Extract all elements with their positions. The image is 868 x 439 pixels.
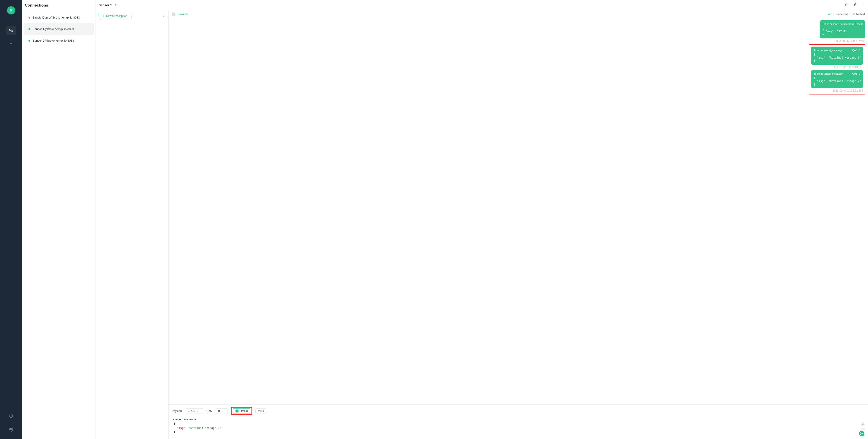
message-item: Topic: retained_message QoS: 0 { "msg": …: [811, 70, 863, 92]
connection-item[interactable]: Sensor 2@broker.emqx.io:8083: [24, 35, 94, 46]
message-body: { "msg": "Retained Message 2" }: [814, 76, 860, 86]
disconnect-icon[interactable]: [845, 3, 848, 7]
check-icon: [236, 409, 239, 412]
retain-highlight: Retain: [231, 407, 252, 415]
payload-editor[interactable]: { "msg": "Retained Message 2" }: [172, 422, 859, 437]
message-time: 2022-09-06 11:00:17:663: [819, 39, 865, 42]
history-prev-icon[interactable]: ←: [861, 422, 865, 426]
chevron-down-icon: ⌄: [197, 410, 198, 412]
svg-point-4: [862, 4, 862, 5]
message-time: 2022-09-06 14:08:43:555: [811, 66, 863, 69]
message-topic: Topic: sensor/1/temperature: [822, 23, 855, 25]
status-dot-icon: [29, 40, 30, 41]
svg-point-3: [11, 429, 12, 431]
connection-item[interactable]: Simple Demo@broker.emqx.io:8083: [24, 12, 94, 23]
message-qos: QoS: 0: [852, 49, 860, 52]
chevron-down-icon: ⌄: [221, 410, 223, 412]
connection-label: Sensor 1@broker.emqx.io:8083: [33, 27, 74, 31]
format-value: Plaintext: [178, 13, 188, 16]
expand-chevron-icon[interactable]: [114, 3, 117, 7]
message-qos: QoS: 0: [852, 72, 860, 75]
chevron-down-icon: ▾: [189, 13, 191, 15]
connections-title: Connections: [22, 0, 95, 12]
format-dropdown[interactable]: Plaintext ▾: [178, 13, 191, 16]
payload-label: Payload:: [172, 409, 183, 412]
message-time: 2022-09-06 14:08:51:403: [811, 89, 863, 92]
status-dot-icon: [29, 28, 30, 30]
filter-all-tab[interactable]: All: [828, 13, 831, 16]
message-body: { "msg": "Retained Message 1" }: [814, 53, 860, 62]
svg-point-6: [864, 4, 864, 5]
connection-label: Simple Demo@broker.emqx.io:8083: [33, 16, 80, 19]
new-subscription-button[interactable]: New Subscription: [98, 13, 131, 19]
qos-value: 0: [218, 409, 220, 412]
connection-item[interactable]: Sensor 1@broker.emqx.io:8083: [24, 23, 94, 35]
svg-point-5: [863, 4, 863, 5]
send-button[interactable]: [859, 431, 864, 436]
retain-label: Retain: [240, 409, 248, 412]
svg-rect-1: [11, 31, 13, 32]
topic-input[interactable]: [172, 417, 860, 421]
meta-button[interactable]: Meta: [255, 408, 267, 413]
qos-label: QoS:: [207, 409, 213, 412]
info-nav-icon[interactable]: [6, 411, 16, 421]
add-nav-icon[interactable]: [6, 39, 16, 49]
message-topic: Topic: retained_message: [814, 49, 843, 52]
message-body: { "msg": "17.2" }: [822, 27, 863, 36]
edit-icon[interactable]: [853, 3, 857, 7]
message-qos: QoS: 0: [855, 23, 863, 25]
payload-type-value: JSON: [188, 409, 195, 412]
collapse-subs-icon[interactable]: [163, 14, 166, 18]
help-icon[interactable]: ?: [172, 12, 176, 16]
message-topic: Topic: retained_message: [814, 72, 843, 75]
filter-published-tab[interactable]: Published: [853, 13, 865, 16]
settings-nav-icon[interactable]: [6, 425, 16, 435]
page-title: Sensor 1: [99, 3, 112, 7]
retain-toggle[interactable]: Retain: [233, 408, 250, 413]
qos-select[interactable]: 0 ⌄: [216, 408, 228, 413]
app-logo: [7, 6, 15, 14]
svg-rect-0: [9, 29, 11, 30]
message-item: Topic: retained_message QoS: 0 { "msg": …: [811, 46, 863, 69]
payload-type-select[interactable]: JSON ⌄: [186, 408, 203, 413]
status-dot-icon: [29, 17, 30, 19]
connection-label: Sensor 2@broker.emqx.io:8083: [33, 39, 74, 42]
connections-nav-icon[interactable]: [6, 26, 16, 35]
more-icon[interactable]: [861, 3, 865, 7]
message-item: Topic: sensor/1/temperature QoS: 0 { "ms…: [819, 20, 865, 42]
filter-received-tab[interactable]: Received: [836, 13, 848, 16]
new-subscription-label: New Subscription: [106, 14, 127, 18]
highlighted-messages: Topic: retained_message QoS: 0 { "msg": …: [809, 44, 865, 94]
chevron-down-icon[interactable]: ⌄: [862, 417, 865, 421]
